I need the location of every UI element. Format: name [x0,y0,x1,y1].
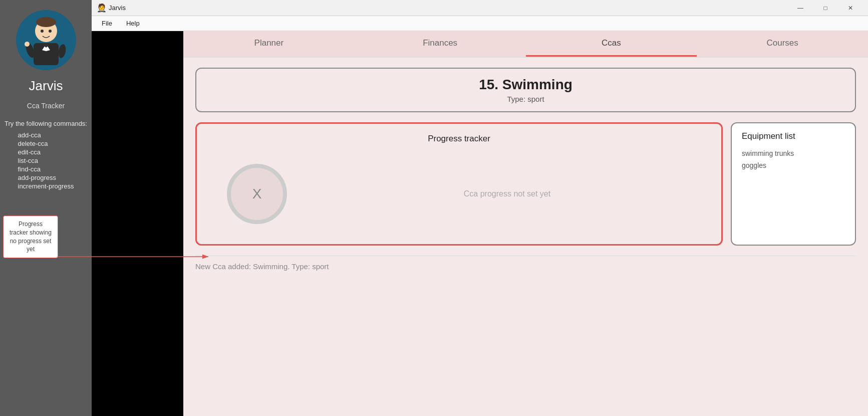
sidebar-commands-list: add-cca delete-cca edit-cca list-cca fin… [18,131,74,191]
titlebar: 🤵 Jarvis — □ ✕ [92,0,868,16]
tabs: Planner Finances Ccas Courses [183,31,868,58]
main-content: Planner Finances Ccas Courses 15. Swimmi… [183,31,868,416]
svg-point-1 [36,17,56,27]
sidebar-command-list-cca[interactable]: list-cca [18,157,74,164]
window-controls: — □ ✕ [789,0,862,16]
equipment-item-2: goggles [742,161,845,169]
tab-planner[interactable]: Planner [183,31,355,57]
equipment-list-title: Equipment list [742,131,845,141]
progress-tracker-card: Progress tracker X Cca progress not set … [195,122,723,246]
sidebar-cca-label: Cca Tracker [27,102,65,110]
sidebar-command-increment-progress[interactable]: increment-progress [18,182,74,190]
tab-ccas[interactable]: Ccas [526,31,697,57]
menu-file[interactable]: File [96,18,118,29]
maximize-button[interactable]: □ [814,0,837,16]
svg-point-6 [49,30,52,33]
annotation-text: Progress tracker showing no progress set… [10,221,52,253]
cca-title: 15. Swimming [208,77,843,93]
annotation-box: Progress tracker showing no progress set… [3,216,58,258]
content-area: 15. Swimming Type: sport Progress tracke… [183,58,868,416]
minimize-button[interactable]: — [789,0,812,16]
progress-x-symbol: X [252,186,262,202]
cards-row: Progress tracker X Cca progress not set … [195,122,856,246]
cca-type: Type: sport [208,95,843,103]
progress-content: X Cca progress not set yet [207,154,711,234]
sidebar-command-find-cca[interactable]: find-cca [18,165,74,173]
sidebar-command-delete-cca[interactable]: delete-cca [18,140,74,147]
annotation-arrow [58,242,218,272]
avatar [16,10,76,70]
tab-courses[interactable]: Courses [697,31,868,57]
equipment-item-1: swimming trunks [742,149,845,157]
svg-point-5 [41,30,44,33]
sidebar-commands-intro: Try the following commands: [5,120,87,127]
sidebar-command-add-progress[interactable]: add-progress [18,174,74,181]
progress-tracker-title: Progress tracker [207,134,711,144]
tab-finances[interactable]: Finances [355,31,526,57]
sidebar: Jarvis Cca Tracker Try the following com… [0,0,92,416]
sidebar-name: Jarvis [29,78,63,94]
app-title: Jarvis [109,4,789,12]
app-icon: 🤵 [98,4,106,12]
progress-not-set-text: Cca progress not set yet [303,189,711,198]
svg-point-8 [57,44,67,59]
svg-point-9 [25,42,30,47]
progress-circle: X [227,164,287,224]
sidebar-command-add-cca[interactable]: add-cca [18,131,74,139]
cca-title-card: 15. Swimming Type: sport [195,68,856,112]
menu-help[interactable]: Help [120,18,146,29]
sidebar-command-edit-cca[interactable]: edit-cca [18,148,74,156]
close-button[interactable]: ✕ [839,0,862,16]
status-message: New Cca added: Swimming. Type: sport [195,256,856,277]
menubar: File Help [92,16,868,31]
equipment-card: Equipment list swimming trunks goggles [731,122,856,246]
